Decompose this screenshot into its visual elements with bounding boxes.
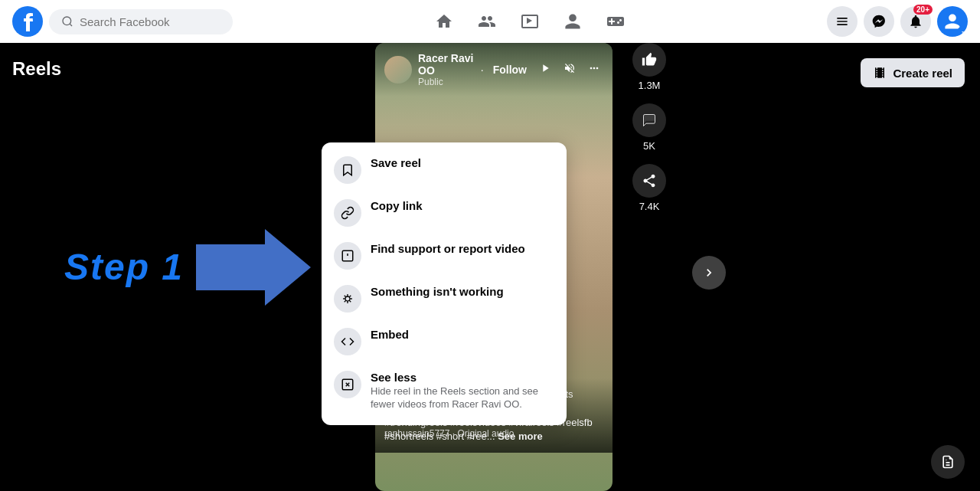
exclamation-icon [334, 242, 361, 270]
search-bar[interactable] [49, 9, 233, 34]
notifications-badge: 20+ [913, 5, 933, 15]
like-button[interactable] [632, 43, 666, 77]
link-icon [334, 199, 361, 227]
create-reel-button[interactable]: Create reel [861, 58, 965, 87]
main-content: Reels Step 1 Racer Ravi OO Public [0, 43, 980, 491]
share-button[interactable] [632, 164, 666, 198]
nav-center [233, 3, 827, 40]
nav-right: 20+ [827, 6, 968, 37]
search-input[interactable] [80, 15, 220, 28]
follow-button[interactable]: Follow [490, 61, 530, 79]
notifications-button[interactable]: 20+ [900, 6, 931, 37]
play-button[interactable] [536, 59, 554, 80]
video-visibility: Public [418, 77, 475, 87]
nav-watch-button[interactable] [511, 3, 548, 40]
like-count: 1.3M [639, 80, 661, 91]
video-header: Racer Ravi OO Public · Follow [375, 43, 612, 97]
menu-text-copy-link: Copy link [371, 199, 423, 212]
comment-count: 5K [643, 140, 655, 152]
x-square-icon [334, 371, 361, 398]
search-icon [61, 15, 74, 28]
menu-item-see-less[interactable]: See less Hide reel in the Reels section … [322, 363, 567, 419]
mute-button[interactable] [560, 59, 579, 80]
svg-point-6 [345, 296, 350, 301]
left-panel: Reels Step 1 [0, 43, 375, 491]
video-avatar [384, 56, 412, 83]
svg-marker-2 [196, 229, 311, 306]
comment-container: 5K [632, 103, 666, 152]
video-controls [536, 59, 603, 80]
svg-line-14 [349, 296, 351, 297]
menu-item-copy-link[interactable]: Copy link [322, 191, 567, 234]
svg-line-13 [345, 300, 346, 302]
top-navigation: 20+ [0, 0, 980, 43]
menu-text-not-working: Something isn't working [371, 285, 504, 298]
dot-separator: · [481, 64, 484, 76]
svg-point-1 [63, 17, 71, 25]
arrow-icon [196, 229, 311, 306]
float-action-button[interactable] [931, 445, 965, 479]
menu-item-save-reel[interactable]: Save reel [322, 149, 567, 191]
comment-button[interactable] [632, 103, 666, 137]
nav-dating-button[interactable] [554, 3, 591, 40]
nav-gaming-button[interactable] [597, 3, 634, 40]
menu-item-embed[interactable]: Embed [322, 320, 567, 363]
step-container: Step 1 [64, 229, 311, 306]
menu-item-not-working[interactable]: Something isn't working [322, 277, 567, 320]
video-audio: ranhussain5777 · Original audio [384, 427, 514, 440]
menu-text-report: Find support or report video [371, 242, 525, 255]
code-icon [334, 328, 361, 355]
menu-text-save-reel: Save reel [371, 156, 421, 169]
next-reel-button[interactable] [692, 256, 726, 290]
like-container: 1.3M [632, 43, 666, 91]
more-options-button[interactable] [585, 59, 603, 80]
reels-title: Reels [12, 58, 61, 80]
bookmark-icon [334, 156, 361, 184]
svg-line-11 [345, 296, 346, 297]
menu-text-embed: Embed [371, 328, 409, 341]
nav-home-button[interactable] [426, 3, 462, 40]
facebook-logo[interactable] [12, 6, 43, 37]
step-label: Step 1 [64, 246, 184, 288]
context-menu: Save reel Copy link Find support or repo… [322, 142, 567, 425]
messenger-button[interactable] [864, 6, 894, 37]
bug-icon [334, 285, 361, 313]
video-username: Racer Ravi OO [418, 52, 475, 77]
svg-line-12 [349, 300, 351, 302]
share-count: 7.4K [639, 201, 660, 212]
share-container: 7.4K [632, 164, 666, 212]
video-user-info: Racer Ravi OO Public [418, 52, 475, 87]
menu-item-report[interactable]: Find support or report video [322, 234, 567, 277]
right-panel: 1.3M 5K 7.4K [619, 43, 680, 273]
menu-button[interactable] [827, 6, 858, 37]
user-avatar[interactable] [937, 6, 968, 37]
nav-friends-button[interactable] [469, 3, 505, 40]
menu-text-see-less: See less Hide reel in the Reels section … [371, 371, 554, 411]
